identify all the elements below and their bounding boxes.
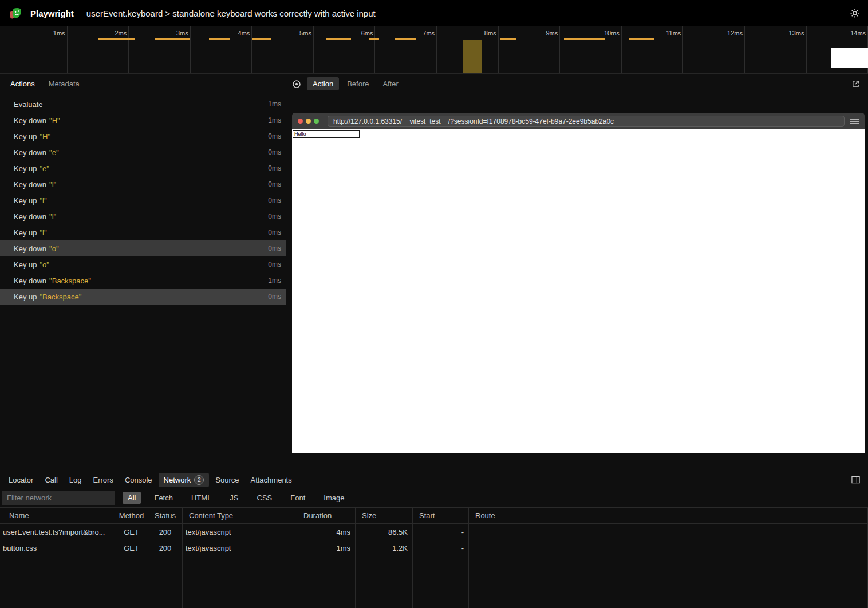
network-cell-route[interactable] [469, 524, 868, 540]
action-list: Evaluate 1ms Key down "H" 1ms Key up "H"… [0, 96, 286, 305]
network-filter-chip[interactable]: CSS [252, 492, 278, 504]
network-cell-content-type[interactable]: text/javascript [183, 524, 297, 540]
open-external-icon[interactable] [851, 80, 860, 88]
browser-chrome-bar: http://127.0.0.1:63315/__vitest_test__/?… [292, 113, 865, 129]
action-row[interactable]: Key down "e" 0ms [0, 144, 286, 160]
action-key: "Backspace" [40, 293, 81, 301]
timeline-action-marker [369, 38, 379, 40]
timeline-tick-label: 10ms [604, 30, 620, 37]
network-column-header[interactable]: Name [0, 507, 115, 524]
details-tab-label: Locator [9, 476, 33, 484]
timeline[interactable]: 1ms 2ms 3ms 4ms 5ms 6ms 7ms [0, 26, 868, 74]
action-row[interactable]: Key down "Backspace" 1ms [0, 273, 286, 289]
action-row[interactable]: Key up "o" 0ms [0, 256, 286, 273]
network-filter-chip[interactable]: Font [285, 492, 310, 504]
browser-snapshot: http://127.0.0.1:63315/__vitest_test__/?… [292, 113, 865, 453]
network-cell-method[interactable]: GET [115, 524, 148, 540]
actions-panel-tab[interactable]: Actions [5, 77, 41, 90]
action-duration: 0ms [268, 260, 281, 269]
network-filter-chip[interactable]: JS [224, 492, 243, 504]
network-column-header[interactable]: Size [356, 507, 413, 524]
details-tab-label: Log [69, 476, 82, 484]
snapshot-panel-tabs: Action Before After [286, 74, 868, 94]
timeline-tick-label: 3ms [176, 30, 188, 37]
actions-panel-tab[interactable]: Metadata [43, 77, 85, 90]
table-filler-column [413, 556, 469, 608]
action-row[interactable]: Key up "l" 0ms [0, 192, 286, 208]
details-tabs: Locator Call Log Errors Console [0, 471, 868, 488]
snapshot-tab[interactable]: After [377, 77, 404, 90]
details-tab-label: Errors [93, 476, 113, 484]
action-title: Key down [14, 148, 46, 157]
details-tab[interactable]: Console [120, 473, 157, 487]
network-filter-chip[interactable]: Image [318, 492, 349, 504]
network-column-header[interactable]: Duration [297, 507, 356, 524]
network-cell-content-type[interactable]: text/javascript [183, 540, 297, 556]
action-row[interactable]: Evaluate 1ms [0, 96, 286, 112]
table-filler-column [469, 556, 868, 608]
network-column-header[interactable]: Method [115, 507, 148, 524]
timeline-tick-label: 8ms [484, 30, 496, 37]
action-key: "e" [49, 148, 58, 157]
details-tab[interactable]: Source [210, 473, 244, 487]
action-row[interactable]: Key up "e" 0ms [0, 160, 286, 176]
details-tab[interactable]: Attachments [245, 473, 297, 487]
action-row[interactable]: Key down "l" 0ms [0, 176, 286, 192]
table-filler-column [297, 556, 356, 608]
panel-layout-icon[interactable] [851, 476, 860, 484]
details-tab[interactable]: Call [40, 473, 62, 487]
network-column-header[interactable]: Start [413, 507, 469, 524]
action-row[interactable]: Key up "H" 0ms [0, 128, 286, 144]
timeline-filmstrip-thumbnail[interactable] [831, 48, 868, 68]
timeline-action-marker [252, 38, 271, 40]
network-filter-chip[interactable]: All [123, 492, 141, 504]
timeline-column: 3ms [129, 26, 191, 73]
network-cell-duration[interactable]: 1ms [297, 540, 356, 556]
network-cell-status[interactable]: 200 [148, 540, 183, 556]
network-filter-chip[interactable]: Fetch [149, 492, 178, 504]
timeline-column: 7ms [375, 26, 437, 73]
network-cell-size[interactable]: 1.2K [356, 540, 413, 556]
actions-panel-tabs: Actions Metadata [0, 74, 286, 94]
network-cell-status[interactable]: 200 [148, 524, 183, 540]
network-column-header[interactable]: Content Type [183, 507, 297, 524]
network-cell-size[interactable]: 86.5K [356, 524, 413, 540]
snapshot-tab[interactable]: Action [307, 77, 339, 90]
pick-locator-target-icon[interactable] [292, 80, 301, 89]
timeline-action-marker [98, 38, 135, 40]
action-key: "H" [49, 116, 60, 125]
settings-gear-icon[interactable] [850, 8, 860, 18]
page-text-input[interactable] [293, 130, 360, 138]
details-tab[interactable]: Errors [88, 473, 118, 487]
timeline-grid: 1ms 2ms 3ms 4ms 5ms 6ms 7ms [0, 26, 868, 73]
network-cell-name[interactable]: userEvent.test.ts?import&bro... [0, 524, 115, 540]
network-cell-start[interactable]: - [413, 524, 469, 540]
network-column-header[interactable]: Status [148, 507, 183, 524]
network-cell-duration[interactable]: 4ms [297, 524, 356, 540]
action-row[interactable]: Key down "l" 0ms [0, 208, 286, 224]
timeline-column: 4ms [191, 26, 252, 73]
action-duration: 0ms [268, 212, 281, 220]
network-column-header[interactable]: Route [469, 507, 868, 524]
action-row[interactable]: Key down "H" 1ms [0, 112, 286, 128]
details-tab[interactable]: Network 2 [159, 473, 210, 487]
action-title: Key up [14, 132, 37, 141]
action-title: Key down [14, 180, 46, 189]
network-cell-name[interactable]: button.css [0, 540, 115, 556]
details-tab[interactable]: Log [64, 473, 87, 487]
action-row[interactable]: Key up "Backspace" 0ms [0, 289, 286, 305]
network-table: Name Method Status Content Type Duration… [0, 507, 868, 608]
timeline-tick-label: 5ms [299, 30, 311, 37]
action-row[interactable]: Key down "o" 0ms [0, 240, 286, 256]
snapshot-tab[interactable]: Before [341, 77, 374, 90]
network-count-badge: 2 [194, 475, 204, 485]
network-filter-input[interactable] [2, 491, 115, 505]
network-cell-start[interactable]: - [413, 540, 469, 556]
details-tab[interactable]: Locator [3, 473, 38, 487]
network-cell-method[interactable]: GET [115, 540, 148, 556]
network-cell-route[interactable] [469, 540, 868, 556]
timeline-selected-range[interactable] [463, 40, 482, 73]
network-filter-chip[interactable]: HTML [186, 492, 216, 504]
timeline-tick-label: 7ms [423, 30, 435, 37]
action-row[interactable]: Key up "l" 0ms [0, 224, 286, 240]
